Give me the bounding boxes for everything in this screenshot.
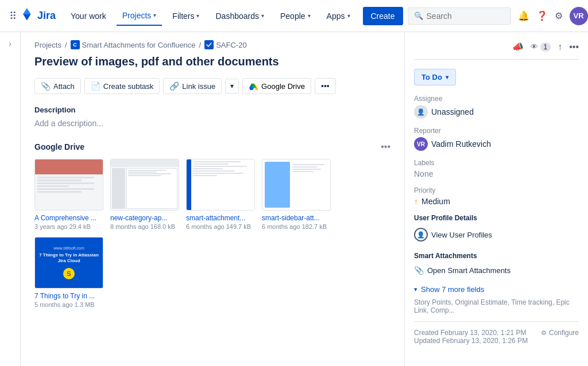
attachment-thumbnail [262, 159, 330, 210]
smart-attachments-label: Smart Attachments [414, 252, 579, 260]
ss-line [128, 172, 157, 173]
status-chevron-icon: ▾ [446, 74, 448, 80]
paperclip-icon: 📎 [41, 81, 51, 91]
breadcrumb-sep-2: / [199, 41, 202, 49]
view-profiles-button[interactable]: 👤 View User Profiles [414, 225, 579, 244]
logo-area: ⠿ Jira [9, 7, 56, 24]
right-panel: 📣 👁 1 ↑ ••• To Do ▾ Assignee 👤 Unassigne… [404, 32, 588, 366]
blue-line [193, 170, 235, 172]
link-issue-button[interactable]: 🔗 Link issue [163, 78, 222, 94]
show-more-fields-button[interactable]: ▾ Show 7 more fields [414, 285, 579, 294]
doc-red-header [35, 159, 103, 174]
top-navigation: ⠿ Jira Your work Projects ▾ Filters ▾ Da… [0, 0, 588, 32]
breadcrumb-sep-1: / [65, 41, 67, 49]
google-drive-section: Google Drive ••• [34, 142, 390, 308]
gdrive-file-5[interactable]: www.stiltsoft.com 7 Things to Try in Atl… [34, 237, 103, 308]
projects-chevron-icon: ▾ [153, 12, 156, 18]
gdrive-thumb-3 [186, 159, 255, 211]
blue-sidebar-bar [187, 159, 191, 210]
help-icon[interactable]: ❓ [536, 10, 548, 21]
gdrive-more-button[interactable]: ••• [381, 142, 390, 152]
gdrive-thumb-1 [34, 159, 103, 211]
book-thumbnail: www.stiltsoft.com 7 Things to Try in Atl… [35, 237, 103, 288]
book-logo: S [63, 268, 75, 279]
more-options-icon[interactable]: ••• [569, 42, 579, 52]
create-subtask-button[interactable]: 📄 Create subtask [84, 78, 160, 94]
breadcrumb-parent-link[interactable]: C Smart Attachments for Confluence [71, 40, 196, 49]
assignee-label: Assignee [414, 95, 579, 103]
blue-line [193, 161, 241, 162]
attach-img [265, 162, 290, 208]
more-actions-button[interactable]: ••• [315, 78, 336, 94]
user-profile-icon: 👤 [414, 228, 428, 242]
issue-content-area: Projects / C Smart Attachments for Confl… [21, 32, 404, 366]
blue-line [193, 168, 223, 169]
blue-line [193, 163, 229, 165]
google-drive-button[interactable]: Google Drive [242, 78, 311, 94]
doc-line [37, 188, 94, 190]
nav-people[interactable]: People ▾ [274, 7, 316, 25]
people-chevron-icon: ▾ [308, 13, 311, 19]
ss-body [111, 167, 179, 210]
nav-filters[interactable]: Filters ▾ [167, 7, 205, 25]
doc-line [37, 180, 82, 181]
description-label: Description [34, 106, 390, 114]
gdrive-file-1[interactable]: A Comprehensive ... 3 years ago 29.4 kB [34, 159, 103, 230]
attach-line [292, 171, 314, 172]
search-box[interactable]: 🔍 [408, 7, 511, 25]
priority-label: Priority [414, 186, 579, 194]
blue-line [193, 166, 247, 167]
issue-body: Preview of images, pdf and other documen… [21, 54, 404, 322]
watch-button[interactable]: 👁 1 [531, 42, 551, 52]
user-avatar[interactable]: VR [570, 7, 588, 25]
doc-line [37, 177, 94, 178]
link-issue-dropdown-button[interactable]: ▾ [225, 79, 239, 94]
notifications-icon[interactable]: 🔔 [518, 10, 529, 21]
grid-icon[interactable]: ⠿ [9, 10, 17, 22]
show-more-chevron-icon: ▾ [414, 286, 417, 293]
action-bar: 📎 Attach 📄 Create subtask 🔗 Link issue ▾ [34, 78, 390, 94]
right-panel-top-bar: 📣 👁 1 ↑ ••• [414, 41, 579, 60]
sidebar-toggle-button[interactable]: › [9, 39, 11, 48]
settings-icon[interactable]: ⚙ [555, 10, 563, 21]
jira-logo-text: Jira [37, 10, 56, 22]
megaphone-icon[interactable]: 📣 [512, 41, 524, 52]
gdrive-files-grid: A Comprehensive ... 3 years ago 29.4 kB [34, 159, 390, 308]
breadcrumb-issue-key[interactable]: SAFC-20 [204, 40, 246, 49]
share-icon[interactable]: ↑ [558, 42, 562, 52]
gdrive-section-header: Google Drive ••• [34, 142, 390, 152]
configure-gear-icon: ⚙ [541, 329, 547, 337]
blue-line [193, 175, 217, 176]
reporter-label: Reporter [414, 127, 579, 135]
gdrive-meta-2: 8 months ago 168.0 kB [110, 223, 179, 230]
description-section: Description Add a description... [34, 106, 390, 130]
nav-projects[interactable]: Projects ▾ [117, 6, 163, 26]
attach-button[interactable]: 📎 Attach [34, 78, 81, 94]
timestamps-section: Created February 13, 2020, 1:21 PM Updat… [414, 321, 579, 345]
jira-logo-icon [20, 7, 34, 24]
created-timestamp: Created February 13, 2020, 1:21 PM [414, 329, 528, 337]
book-website-text: www.stiltsoft.com [53, 246, 84, 250]
nav-apps[interactable]: Apps ▾ [321, 7, 356, 25]
search-input[interactable] [427, 11, 505, 21]
gdrive-file-3[interactable]: smart-attachment... 6 months ago 149.7 k… [186, 159, 255, 230]
nav-dashboards[interactable]: Dashboards ▾ [210, 7, 270, 25]
description-field[interactable]: Add a description... [34, 116, 390, 130]
configure-button[interactable]: ⚙ Configure [541, 329, 579, 337]
nav-your-work[interactable]: Your work [65, 7, 112, 25]
blue-sidebar-thumbnail [187, 159, 254, 210]
create-button[interactable]: Create [363, 7, 403, 25]
gdrive-filename-4: smart-sidebar-att... [262, 214, 331, 222]
ss-top-bar [111, 159, 179, 167]
ss-line [128, 170, 167, 171]
left-sidebar: › [0, 32, 21, 366]
updated-timestamp: Updated February 13, 2020, 1:26 PM [414, 337, 528, 345]
gdrive-file-4[interactable]: smart-sidebar-att... 6 months ago 182.7 … [262, 159, 331, 230]
gdrive-filename-5: 7 Things to Try in ... [34, 292, 103, 300]
gdrive-filename-2: new-category-ap... [110, 214, 179, 222]
status-dropdown[interactable]: To Do ▾ [414, 69, 456, 85]
gdrive-meta-1: 3 years ago 29.4 kB [34, 223, 103, 230]
breadcrumb-projects-link[interactable]: Projects [34, 41, 61, 49]
open-smart-attachments-button[interactable]: 📎 Open Smart Attachments [414, 263, 579, 277]
gdrive-file-2[interactable]: new-category-ap... 8 months ago 168.0 kB [110, 159, 179, 230]
